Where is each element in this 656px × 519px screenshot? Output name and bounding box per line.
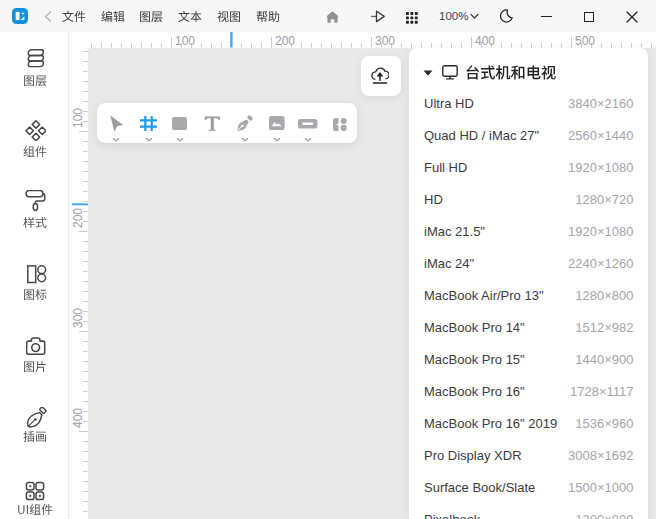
svg-text:200: 200 [275, 34, 295, 48]
svg-text:300: 300 [71, 308, 85, 328]
svg-text:500: 500 [575, 34, 595, 48]
svg-text:300: 300 [375, 34, 395, 48]
svg-text:400: 400 [475, 34, 495, 48]
svg-text:100: 100 [71, 108, 85, 128]
svg-text:200: 200 [71, 208, 85, 228]
svg-text:100: 100 [175, 34, 195, 48]
svg-text:400: 400 [71, 408, 85, 428]
